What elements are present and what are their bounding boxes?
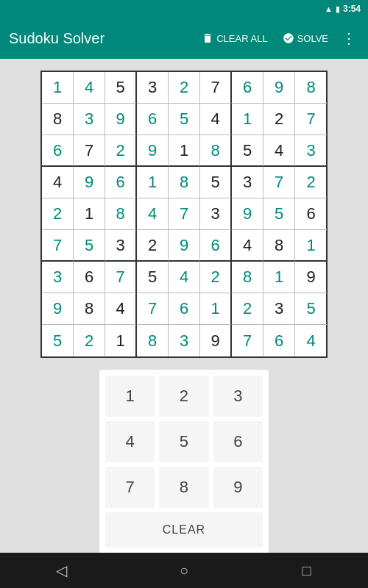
sudoku-cell[interactable]: 8	[42, 104, 74, 135]
sudoku-cell[interactable]: 7	[42, 230, 74, 262]
back-button[interactable]: ◁	[39, 556, 83, 585]
sudoku-cell[interactable]: 9	[169, 230, 200, 262]
sudoku-cell[interactable]: 9	[42, 293, 74, 325]
sudoku-cell[interactable]: 6	[295, 198, 327, 230]
app-title: Sudoku Solver	[9, 30, 188, 47]
numpad-digit-2[interactable]: 2	[159, 376, 208, 417]
sudoku-cell[interactable]: 4	[295, 325, 327, 356]
sudoku-cell[interactable]: 1	[200, 293, 232, 325]
sudoku-cell[interactable]: 5	[105, 72, 137, 104]
sudoku-cell[interactable]: 1	[74, 198, 105, 230]
sudoku-cell[interactable]: 7	[74, 135, 105, 167]
home-button[interactable]: ○	[162, 556, 206, 585]
numpad-grid: 123456789	[105, 376, 263, 508]
sudoku-cell[interactable]: 3	[200, 198, 232, 230]
sudoku-cell[interactable]: 8	[137, 325, 169, 356]
sudoku-cell[interactable]: 5	[42, 325, 74, 356]
numpad-digit-4[interactable]: 4	[105, 421, 155, 462]
sudoku-cell[interactable]: 4	[137, 198, 169, 230]
sudoku-cell[interactable]: 4	[169, 262, 200, 293]
sudoku-cell[interactable]: 8	[263, 230, 295, 262]
sudoku-cell[interactable]: 5	[263, 198, 295, 230]
sudoku-cell[interactable]: 6	[105, 167, 137, 198]
numpad-digit-8[interactable]: 8	[159, 467, 208, 508]
sudoku-cell[interactable]: 1	[263, 262, 295, 293]
sudoku-cell[interactable]: 9	[263, 72, 295, 104]
sudoku-cell[interactable]: 2	[263, 104, 295, 135]
clear-button[interactable]: CLEAR	[105, 512, 263, 548]
sudoku-cell[interactable]: 2	[105, 135, 137, 167]
sudoku-cell[interactable]: 5	[200, 167, 232, 198]
sudoku-cell[interactable]: 6	[74, 262, 105, 293]
sudoku-cell[interactable]: 7	[232, 325, 263, 356]
more-options-icon[interactable]: ⋮	[339, 29, 359, 47]
solve-button[interactable]: SOLVE	[278, 29, 333, 47]
sudoku-cell[interactable]: 5	[74, 230, 105, 262]
numpad-digit-6[interactable]: 6	[213, 421, 263, 462]
sudoku-cell[interactable]: 1	[105, 325, 137, 356]
sudoku-cell[interactable]: 2	[232, 293, 263, 325]
sudoku-cell[interactable]: 1	[232, 104, 263, 135]
clear-all-button[interactable]: CLEAR ALL	[197, 29, 272, 47]
sudoku-cell[interactable]: 6	[200, 230, 232, 262]
sudoku-cell[interactable]: 9	[105, 104, 137, 135]
sudoku-cell[interactable]: 4	[232, 230, 263, 262]
sudoku-cell[interactable]: 3	[295, 135, 327, 167]
numpad-digit-5[interactable]: 5	[159, 421, 208, 462]
sudoku-cell[interactable]: 7	[263, 167, 295, 198]
numpad-digit-9[interactable]: 9	[213, 467, 263, 508]
sudoku-cell[interactable]: 2	[137, 230, 169, 262]
sudoku-cell[interactable]: 5	[232, 135, 263, 167]
sudoku-cell[interactable]: 3	[232, 167, 263, 198]
sudoku-cell[interactable]: 6	[232, 72, 263, 104]
sudoku-cell[interactable]: 8	[200, 135, 232, 167]
sudoku-cell[interactable]: 7	[105, 262, 137, 293]
sudoku-cell[interactable]: 2	[169, 72, 200, 104]
sudoku-cell[interactable]: 9	[200, 325, 232, 356]
sudoku-cell[interactable]: 3	[263, 293, 295, 325]
sudoku-cell[interactable]: 5	[137, 262, 169, 293]
numpad-digit-1[interactable]: 1	[105, 376, 155, 417]
sudoku-cell[interactable]: 2	[42, 198, 74, 230]
sudoku-cell[interactable]: 1	[137, 167, 169, 198]
sudoku-cell[interactable]: 7	[169, 198, 200, 230]
sudoku-cell[interactable]: 2	[200, 262, 232, 293]
sudoku-cell[interactable]: 3	[74, 104, 105, 135]
sudoku-cell[interactable]: 7	[200, 72, 232, 104]
sudoku-cell[interactable]: 6	[42, 135, 74, 167]
sudoku-cell[interactable]: 9	[232, 198, 263, 230]
sudoku-cell[interactable]: 4	[42, 167, 74, 198]
sudoku-cell[interactable]: 3	[169, 325, 200, 356]
sudoku-cell[interactable]: 9	[137, 135, 169, 167]
sudoku-cell[interactable]: 8	[295, 72, 327, 104]
sudoku-cell[interactable]: 4	[200, 104, 232, 135]
sudoku-cell[interactable]: 8	[232, 262, 263, 293]
sudoku-cell[interactable]: 5	[169, 104, 200, 135]
sudoku-cell[interactable]: 8	[169, 167, 200, 198]
sudoku-cell[interactable]: 1	[295, 230, 327, 262]
sudoku-cell[interactable]: 2	[74, 325, 105, 356]
sudoku-cell[interactable]: 5	[295, 293, 327, 325]
sudoku-cell[interactable]: 1	[42, 72, 74, 104]
sudoku-cell[interactable]: 8	[74, 293, 105, 325]
sudoku-cell[interactable]: 2	[295, 167, 327, 198]
recents-button[interactable]: □	[285, 556, 329, 585]
sudoku-cell[interactable]: 4	[263, 135, 295, 167]
sudoku-cell[interactable]: 6	[137, 104, 169, 135]
sudoku-cell[interactable]: 4	[74, 72, 105, 104]
sudoku-cell[interactable]: 8	[105, 198, 137, 230]
battery-icon: ▮	[336, 4, 340, 14]
sudoku-cell[interactable]: 6	[169, 293, 200, 325]
sudoku-cell[interactable]: 3	[42, 262, 74, 293]
sudoku-cell[interactable]: 4	[105, 293, 137, 325]
numpad-digit-7[interactable]: 7	[105, 467, 155, 508]
sudoku-cell[interactable]: 3	[137, 72, 169, 104]
sudoku-cell[interactable]: 7	[137, 293, 169, 325]
sudoku-cell[interactable]: 6	[263, 325, 295, 356]
sudoku-cell[interactable]: 7	[295, 104, 327, 135]
sudoku-cell[interactable]: 9	[295, 262, 327, 293]
sudoku-cell[interactable]: 9	[74, 167, 105, 198]
sudoku-cell[interactable]: 1	[169, 135, 200, 167]
numpad-digit-3[interactable]: 3	[213, 376, 263, 417]
sudoku-cell[interactable]: 3	[105, 230, 137, 262]
